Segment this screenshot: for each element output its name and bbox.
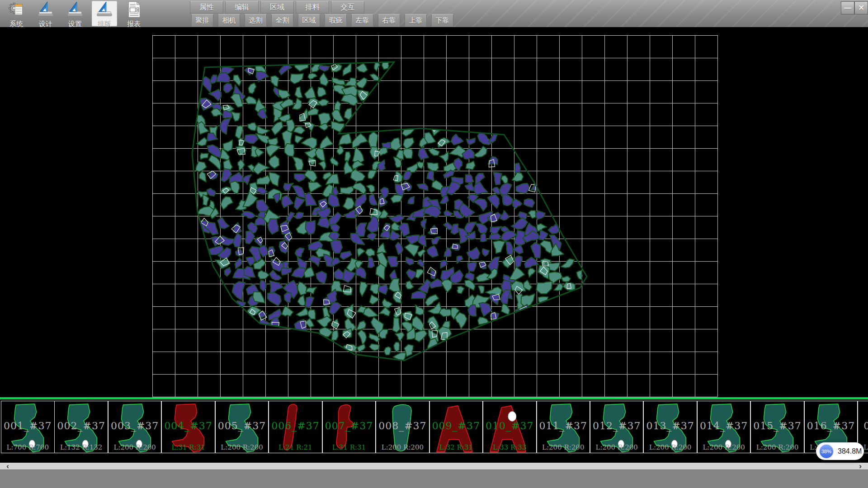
set-square-icon	[37, 1, 54, 20]
piece-shape	[165, 402, 211, 455]
set-square-icon	[66, 1, 84, 20]
thumbnail-013_#37[interactable]: 013_#37L:200 R:200	[643, 401, 697, 453]
tool-button-聚排[interactable]: 聚排	[191, 14, 213, 27]
thumbnail-010_#37[interactable]: 010_#37L:33 R:33	[483, 401, 537, 453]
app-button-label: 设计	[39, 20, 52, 28]
canvas-svg	[0, 27, 868, 397]
leather-hide-outline	[192, 62, 587, 361]
menu-tab-交互[interactable]: 交互	[331, 1, 364, 14]
piece-shape	[58, 402, 104, 455]
nesting-canvas[interactable]	[0, 27, 868, 397]
scroll-right-icon[interactable]: ›	[854, 463, 867, 469]
thumbnail-008_#37[interactable]: 008_#37L:200 R:200	[376, 401, 429, 453]
menu-tab-排料[interactable]: 排料	[296, 1, 329, 14]
piece-shape	[112, 402, 157, 455]
tool-button-相机[interactable]: 相机	[218, 14, 240, 27]
thumbnail-001_#37[interactable]: 001_#37L:700 R:700	[1, 401, 55, 453]
piece-shape	[219, 402, 264, 455]
app-button-系统[interactable]: 系统	[4, 1, 29, 26]
app-button-label: 报表	[127, 20, 141, 28]
status-bar	[0, 469, 868, 488]
piece-shape	[326, 402, 372, 455]
app-button-label: 系统	[9, 20, 23, 28]
piece-shape	[434, 402, 479, 455]
thumbnail-012_#37[interactable]: 012_#37L:200 R:200	[590, 401, 644, 453]
progress-percent: 38%	[821, 449, 831, 454]
thumbnail-011_#37[interactable]: 011_#37L:200 R:200	[537, 401, 590, 453]
tool-button-左靠[interactable]: 左靠	[351, 14, 373, 27]
thumbnail-007_#37[interactable]: 007_#37L:31 R:31	[322, 401, 376, 453]
tool-button-全割[interactable]: 全割	[271, 14, 293, 27]
set-square-icon	[96, 1, 113, 20]
piece-shape	[755, 402, 800, 455]
tool-button-右靠[interactable]: 右靠	[378, 14, 400, 27]
thumbnail-004_#37[interactable]: 004_#37L:31 R:31	[161, 401, 215, 453]
piece-shape	[380, 402, 425, 455]
app-window: 系统设计设置排版报表 属性编辑区域排料交互 聚排相机选割全割区域瑕疵左靠右靠上靠…	[0, 0, 868, 488]
tool-button-区域[interactable]: 区域	[298, 14, 320, 27]
memory-usage-badge: 38% 384.8M	[816, 442, 864, 460]
piece-shape	[701, 402, 746, 455]
app-button-设置[interactable]: 设置	[62, 1, 88, 26]
thumbnail-separator	[0, 397, 868, 399]
gear-document-icon	[8, 1, 25, 20]
piece-shape	[594, 402, 639, 455]
app-button-排版[interactable]: 排版	[92, 1, 117, 26]
scroll-left-icon[interactable]: ‹	[1, 463, 14, 469]
horizontal-scrollbar[interactable]: ‹ ›	[0, 463, 868, 469]
thumbnail-003_#37[interactable]: 003_#37L:200 R:200	[108, 401, 162, 453]
app-button-label: 设置	[68, 20, 82, 28]
menu-tab-编辑[interactable]: 编辑	[225, 1, 259, 14]
thumbnail-009_#37[interactable]: 009_#37L:32 R:31	[429, 401, 483, 453]
app-button-报表[interactable]: 报表	[121, 1, 146, 26]
app-button-label: 排版	[98, 20, 111, 28]
tool-button-下靠[interactable]: 下靠	[431, 14, 453, 27]
app-button-设计[interactable]: 设计	[33, 1, 58, 26]
thumbnail-006_#37[interactable]: 006_#37L:21 R:21	[269, 401, 322, 453]
tool-button-选割[interactable]: 选割	[245, 14, 267, 27]
piece-shape	[647, 402, 693, 455]
piece-shape	[5, 402, 50, 455]
minimize-button[interactable]: —	[841, 1, 854, 14]
close-button[interactable]: ✕	[854, 1, 868, 14]
thumbnail-002_#37[interactable]: 002_#37L:132 R:132	[54, 401, 108, 453]
progress-circle-icon: 38%	[819, 444, 834, 459]
report-document-icon	[125, 1, 142, 20]
menu-tab-区域[interactable]: 区域	[260, 1, 294, 14]
tool-button-上靠[interactable]: 上靠	[405, 14, 427, 27]
memory-value: 384.8M	[838, 442, 862, 460]
thumbnail-015_#37[interactable]: 015_#37L:200 R:200	[750, 401, 804, 453]
piece-shape	[541, 402, 586, 455]
thumbnail-005_#37[interactable]: 005_#37L:200 R:200	[215, 401, 269, 453]
thumbnail-014_#37[interactable]: 014_#37L:200 R:200	[697, 401, 751, 453]
toolbar: 系统设计设置排版报表 属性编辑区域排料交互 聚排相机选割全割区域瑕疵左靠右靠上靠…	[0, 0, 868, 27]
tool-button-瑕疵[interactable]: 瑕疵	[325, 14, 347, 27]
piece-shape	[273, 402, 318, 455]
piece-shape	[487, 402, 532, 455]
menu-tab-属性[interactable]: 属性	[190, 1, 223, 14]
